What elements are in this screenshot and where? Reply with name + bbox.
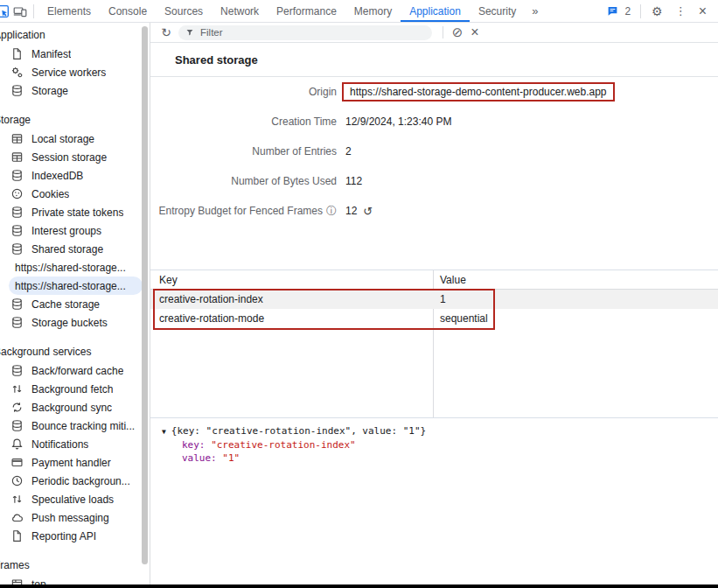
metadata-row-number-of-bytes-used: Number of Bytes Used112 (150, 166, 718, 196)
inspect-element-icon[interactable] (0, 3, 11, 20)
metadata-label: Number of Entries (150, 145, 337, 158)
sidebar-item-back-forward-cache[interactable]: Back/forward cache (0, 361, 150, 380)
sidebar-item-background-sync[interactable]: Background sync (0, 398, 150, 416)
expand-triangle-icon[interactable]: ▼ (162, 425, 166, 438)
table-row[interactable]: creative-rotation-index1 (150, 290, 718, 309)
filter-input[interactable] (199, 26, 425, 38)
tab-elements[interactable]: Elements (38, 0, 100, 22)
metadata-label: Entropy Budget for Fenced Framesⓘ (150, 204, 337, 219)
sidebar-item-storage-buckets[interactable]: Storage buckets (0, 313, 150, 332)
sidebar-item-speculative-loads[interactable]: Speculative loads (0, 490, 150, 508)
sidebar-item-bounce-tracking-miti[interactable]: Bounce tracking miti... (0, 416, 150, 435)
sidebar-item-background-fetch[interactable]: Background fetch (0, 380, 150, 398)
sidebar-item-https-shared-storage[interactable]: https://shared-storage... (0, 258, 150, 276)
tab-memory[interactable]: Memory (345, 0, 401, 22)
column-header-value[interactable]: Value (433, 274, 718, 286)
tabbar-separator (33, 4, 34, 18)
sidebar-item-push-messaging[interactable]: Push messaging (0, 508, 150, 527)
sidebar-item-label: https://shared-storage... (15, 280, 126, 292)
sidebar-item-label: Shared storage (31, 243, 103, 256)
sidebar-item-label: Reporting API (31, 530, 96, 542)
property-value: "creative-rotation-index" (211, 439, 356, 451)
file-icon (10, 529, 24, 543)
info-icon[interactable]: ⓘ (326, 204, 337, 219)
sidebar-item-label: Session storage (31, 151, 107, 164)
sidebar-item-label: Payment handler (31, 457, 111, 469)
sidebar-item-label: Local storage (31, 133, 94, 145)
sidebar-item-local-storage[interactable]: Local storage (0, 130, 150, 148)
tab-console[interactable]: Console (100, 0, 156, 22)
console-bubble-icon (603, 3, 621, 20)
metadata-value-text: 112 (345, 175, 362, 187)
tab-network[interactable]: Network (212, 0, 268, 22)
sidebar-item-label: Cache storage (31, 298, 100, 311)
card-icon (10, 456, 24, 470)
tab-performance[interactable]: Performance (268, 0, 345, 22)
sidebar-item-service-workers[interactable]: Service workers (0, 63, 150, 81)
bell-icon (10, 438, 24, 452)
console-messages-badge[interactable]: 2 (598, 3, 636, 20)
sidebar-item-https-shared-storage[interactable]: https://shared-storage... (9, 276, 143, 295)
entries-table: Key Value creative-rotation-index1creati… (150, 270, 718, 418)
table-icon (10, 150, 24, 164)
block-clear-icon[interactable]: ⊘ (449, 24, 466, 40)
cell-key: creative-rotation-index (150, 293, 433, 305)
sidebar-item-shared-storage[interactable]: Shared storage (0, 240, 150, 258)
section-header-application: Application (0, 26, 150, 45)
device-toolbar-icon[interactable] (11, 3, 29, 20)
metadata-value-text: 12/9/2024, 1:23:40 PM (345, 116, 451, 128)
section-header-frames: Frames (0, 556, 150, 575)
arrows-updown-icon (10, 382, 24, 396)
sidebar-item-session-storage[interactable]: Session storage (0, 148, 150, 166)
sidebar-item-label: Push messaging (31, 512, 109, 524)
database-icon (10, 206, 24, 220)
metadata-value: 112 (345, 175, 362, 187)
metadata-row-entropy-budget-for-fenced-frames: Entropy Budget for Fenced Framesⓘ12↺ (150, 196, 718, 226)
sidebar-item-manifest[interactable]: Manifest (0, 45, 150, 63)
column-header-key[interactable]: Key (150, 274, 433, 286)
close-devtools-icon[interactable]: × (693, 4, 713, 19)
sidebar-item-payment-handler[interactable]: Payment handler (0, 453, 150, 472)
sidebar-item-label: Background sync (31, 402, 112, 414)
cell-key: creative-rotation-mode (150, 312, 433, 325)
sidebar-item-interest-groups[interactable]: Interest groups (0, 221, 150, 240)
metadata-value: 12/9/2024, 1:23:40 PM (345, 116, 451, 128)
settings-gear-icon[interactable]: ⚙ (645, 4, 669, 18)
sidebar-item-storage[interactable]: Storage (0, 81, 150, 100)
delete-selected-icon[interactable]: × (466, 24, 484, 40)
metadata-value: 2 (345, 145, 352, 158)
shared-storage-panel: ↻ ⊘ × Shared storage Originhttps://share… (150, 23, 718, 584)
cell-value: 1 (433, 293, 718, 305)
sidebar-scrollbar-thumb[interactable] (142, 26, 148, 564)
tab-sources[interactable]: Sources (156, 0, 212, 22)
database-icon (10, 298, 24, 312)
reset-budget-icon[interactable]: ↺ (363, 205, 373, 218)
tab-application[interactable]: Application (401, 0, 470, 22)
sidebar-item-label: Service workers (31, 66, 106, 79)
more-tabs-button[interactable]: » (525, 0, 545, 22)
sidebar-item-top[interactable]: top (0, 575, 150, 584)
sidebar-item-label: Manifest (31, 48, 71, 60)
sidebar-item-reporting-api[interactable]: Reporting API (0, 527, 150, 545)
sidebar-item-cookies[interactable]: Cookies (0, 185, 150, 203)
table-row[interactable]: creative-rotation-modesequential (150, 309, 718, 328)
sidebar-item-indexeddb[interactable]: IndexedDB (0, 166, 150, 185)
more-options-kebab-icon[interactable]: ⋮ (669, 4, 693, 18)
cell-value: sequential (433, 312, 718, 325)
database-icon (10, 84, 24, 98)
preview-property: key: "creative-rotation-index" (162, 438, 718, 452)
toolbar-separator (443, 26, 443, 38)
sidebar-item-cache-storage[interactable]: Cache storage (0, 295, 150, 313)
sidebar-item-private-state-tokens[interactable]: Private state tokens (0, 203, 150, 221)
metadata-label-text: Origin (309, 86, 337, 98)
metadata-label-text: Entropy Budget for Fenced Frames (159, 205, 323, 217)
tab-security[interactable]: Security (470, 0, 525, 22)
sidebar-item-label: top (31, 578, 46, 585)
metadata-label-text: Number of Entries (252, 145, 337, 158)
metadata-label-text: Creation Time (271, 116, 337, 128)
sidebar-item-label: Periodic backgroun... (31, 475, 130, 487)
sidebar-item-label: Background fetch (31, 383, 113, 396)
sidebar-item-periodic-backgroun[interactable]: Periodic backgroun... (0, 472, 150, 490)
sidebar-item-notifications[interactable]: Notifications (0, 435, 150, 453)
refresh-icon[interactable]: ↻ (157, 25, 175, 39)
